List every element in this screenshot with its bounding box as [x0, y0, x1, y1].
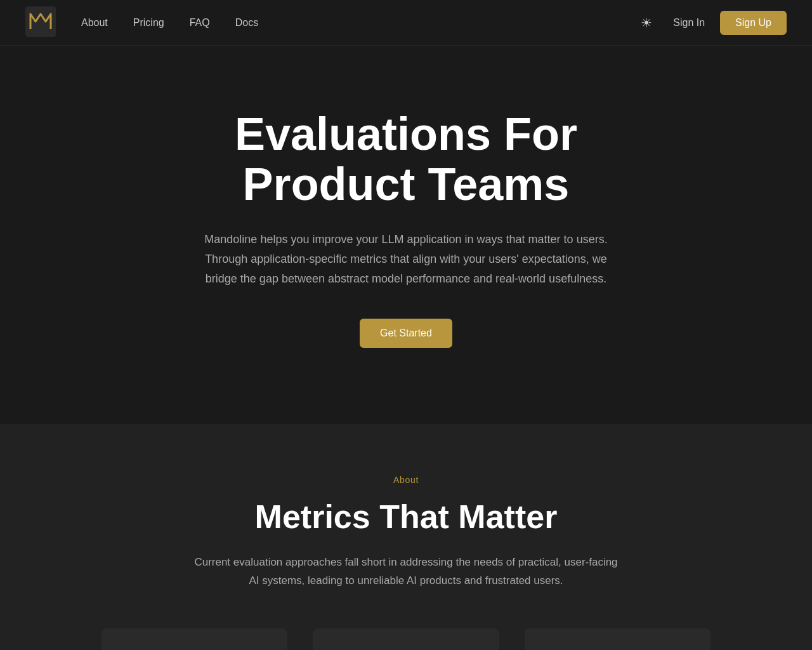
- hero-section: Evaluations For Product Teams Mandoline …: [0, 46, 812, 424]
- nav-right: ☀ Sign In Sign Up: [635, 11, 787, 35]
- about-section-title: Metrics That Matter: [255, 498, 558, 536]
- about-label: About: [393, 475, 419, 485]
- theme-toggle-button[interactable]: ☀: [635, 11, 658, 34]
- nav-link-pricing[interactable]: Pricing: [133, 17, 164, 29]
- about-section-description: Current evaluation approaches fall short…: [190, 554, 622, 590]
- hero-title: Evaluations For Product Teams: [152, 109, 660, 209]
- card-2: LLM Systems Are: [525, 628, 710, 650]
- navbar: About Pricing FAQ Docs ☀ Sign In Sign Up: [0, 0, 812, 46]
- card-0: Most Evaluations: [102, 628, 287, 650]
- nav-link-docs[interactable]: Docs: [235, 17, 258, 29]
- sign-in-button[interactable]: Sign In: [673, 17, 705, 29]
- card-1: Unruly Behavior: [313, 628, 499, 650]
- logo[interactable]: [25, 6, 56, 39]
- cards-row: Most Evaluations Unruly Behavior LLM Sys…: [102, 628, 710, 650]
- nav-link-faq[interactable]: FAQ: [190, 17, 210, 29]
- get-started-button[interactable]: Get Started: [360, 319, 452, 348]
- about-section: About Metrics That Matter Current evalua…: [0, 424, 812, 650]
- logo-icon: [25, 6, 56, 37]
- hero-description: Mandoline helps you improve your LLM app…: [190, 230, 622, 288]
- nav-link-about[interactable]: About: [81, 17, 108, 29]
- sign-up-button[interactable]: Sign Up: [720, 11, 787, 35]
- nav-links: About Pricing FAQ Docs: [81, 17, 635, 29]
